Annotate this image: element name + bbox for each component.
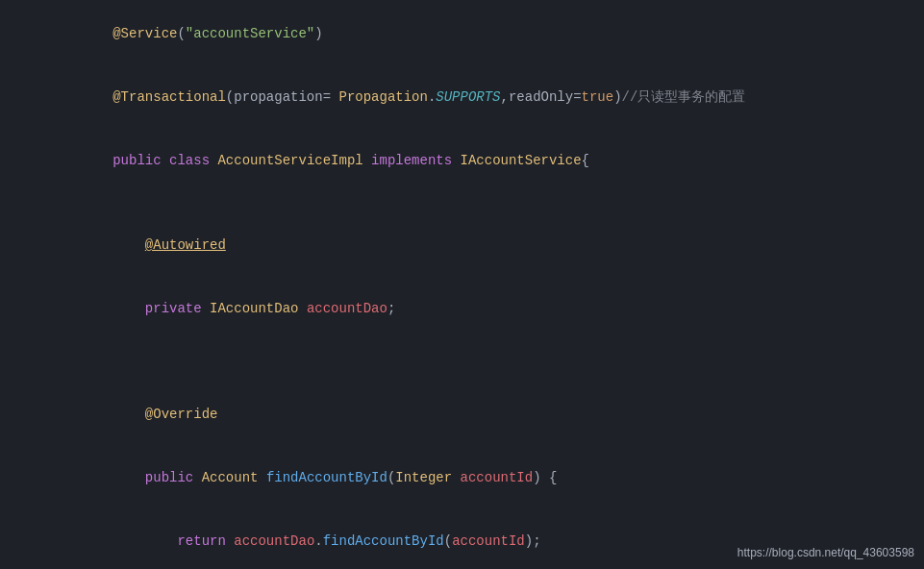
code-line: private IAccountDao accountDao; (48, 277, 914, 340)
code-lines: @Service("accountService") @Transactiona… (38, 0, 924, 569)
code-line (48, 192, 914, 213)
annotation: @Service (112, 26, 177, 41)
code-line (48, 361, 914, 383)
annotation: @Transactional (112, 89, 226, 105)
watermark: https://blog.csdn.net/qq_43603598 (734, 544, 918, 561)
annotation: @Override (145, 407, 218, 422)
code-container: @Service("accountService") @Transactiona… (0, 0, 924, 569)
code-line: @Transactional(propagation= Propagation.… (48, 65, 914, 129)
annotation: @Autowired (145, 237, 226, 253)
code-line: @Service("accountService") (48, 2, 914, 65)
line-numbers (0, 0, 38, 569)
code-line: @Override (48, 383, 914, 446)
code-line: public class AccountServiceImpl implemen… (48, 129, 914, 192)
code-line (48, 340, 914, 361)
code-line: public Account findAccountById(Integer a… (48, 446, 914, 509)
code-line: @Autowired (48, 213, 914, 277)
code-editor: @Service("accountService") @Transactiona… (0, 0, 924, 569)
